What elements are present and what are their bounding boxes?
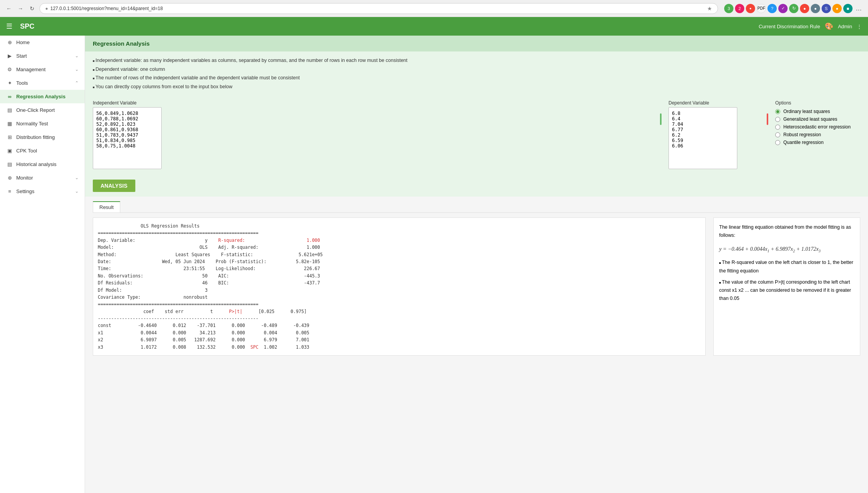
url-bar[interactable]: ● 127.0.0.1:5001/regression?menu_id=14&p… — [39, 3, 718, 14]
gls-radio[interactable] — [775, 117, 780, 122]
analysis-section: ANALYSIS — [85, 175, 868, 197]
sidebar-label-settings: Settings — [16, 188, 34, 194]
result-container: OLS Regression Results =================… — [93, 217, 860, 356]
ext-icon-more[interactable]: … — [854, 4, 863, 13]
topnav-right: Current Discrimination Rule 🎨 Admin ⋮ — [759, 22, 862, 31]
content-area: Regression Analysis Independent variable… — [85, 36, 868, 493]
options-label: Options — [775, 100, 860, 106]
independent-scrollbar[interactable] — [660, 113, 662, 125]
input-section: Independent Variable Dependent Variable … — [85, 96, 868, 175]
quantile-radio[interactable] — [775, 140, 780, 145]
sidebar: ⊕ Home ▶ Start ⌄ ⚙ Management ⌄ ✦ Tools … — [0, 36, 85, 493]
sidebar-item-start[interactable]: ▶ Start ⌄ — [0, 49, 85, 63]
ext-icon-8[interactable]: ● — [800, 4, 809, 13]
dependent-variable-input[interactable] — [668, 107, 737, 169]
ext-icon-5[interactable]: ? — [767, 4, 777, 13]
ext-icon-3[interactable]: ● — [746, 4, 755, 13]
dependent-scrollbar[interactable] — [767, 113, 768, 125]
management-arrow-icon: ⌄ — [75, 67, 78, 72]
sidebar-item-management[interactable]: ⚙ Management ⌄ — [0, 63, 85, 76]
sidebar-item-tools[interactable]: ✦ Tools ⌃ — [0, 76, 85, 90]
option-quantile[interactable]: Quantile regression — [775, 140, 860, 145]
dependent-variable-wrapper — [668, 107, 769, 170]
option-her[interactable]: Heteroscedastic error regression — [775, 124, 860, 130]
ext-icon-6[interactable]: ✓ — [778, 4, 788, 13]
result-tabs: Result — [93, 201, 860, 213]
sidebar-item-cpk-tool[interactable]: ▣ CPK Tool — [0, 144, 85, 157]
ols-title: OLS Regression Results =================… — [98, 223, 258, 236]
ext-icon-1[interactable]: 3 — [724, 4, 733, 13]
dependent-variable-group: Dependent Variable — [668, 100, 769, 170]
sidebar-item-regression-analysis[interactable]: ∞ Regression Analysis — [0, 90, 85, 103]
sidebar-label-report: One-Click Report — [16, 107, 55, 113]
ols-radio[interactable] — [775, 109, 780, 114]
ext-icon-9[interactable]: ● — [811, 4, 820, 13]
sidebar-item-home[interactable]: ⊕ Home — [0, 36, 85, 49]
report-icon: ▤ — [6, 107, 13, 113]
back-button[interactable]: ← — [5, 4, 13, 13]
ext-icon-11[interactable]: ● — [832, 4, 842, 13]
normality-icon: ▦ — [6, 121, 13, 127]
admin-label: Admin — [838, 24, 852, 29]
browser-bar: ← → ↻ ● 127.0.0.1:5001/regression?menu_i… — [0, 0, 868, 17]
url-text: 127.0.0.1:5001/regression?menu_id=14&par… — [50, 6, 705, 11]
distribution-icon: ⊞ — [6, 134, 13, 140]
forward-button[interactable]: → — [16, 4, 25, 13]
info-item-1: Independent variable: as many independen… — [93, 56, 860, 65]
sidebar-item-settings[interactable]: ≡ Settings ⌄ — [0, 185, 85, 198]
option-gls[interactable]: Generalized least squares — [775, 116, 860, 122]
ext-icon-2[interactable]: 2 — [735, 4, 744, 13]
option-ols[interactable]: Ordinary least squares — [775, 109, 860, 114]
sidebar-item-one-click-report[interactable]: ▤ One-Click Report — [0, 103, 85, 117]
browser-extensions: 3 2 ● PDF ? ✓ ↻ ● ● S ● ■ … — [724, 4, 863, 13]
robust-label: Robust regression — [783, 132, 821, 137]
sidebar-item-monitor[interactable]: ⊕ Monitor ⌄ — [0, 171, 85, 185]
her-radio[interactable] — [775, 125, 780, 130]
refresh-button[interactable]: ↻ — [28, 4, 36, 13]
analysis-button[interactable]: ANALYSIS — [93, 180, 135, 192]
independent-variable-input[interactable] — [93, 107, 162, 169]
sidebar-label-monitor: Monitor — [16, 175, 33, 181]
option-robust[interactable]: Robust regression — [775, 132, 860, 137]
palette-icon[interactable]: 🎨 — [825, 22, 833, 31]
r-squared-label: R-squared: 1.000 — [218, 238, 320, 243]
hamburger-icon[interactable]: ☰ — [6, 22, 12, 31]
info-list: Independent variable: as many independen… — [93, 56, 860, 91]
ext-icon-7[interactable]: ↻ — [789, 4, 798, 13]
robust-radio[interactable] — [775, 132, 780, 137]
ols-results-pre: OLS Regression Results =================… — [98, 223, 701, 351]
tools-arrow-icon: ⌃ — [75, 80, 78, 86]
sidebar-item-normality-test[interactable]: ▦ Normality Test — [0, 117, 85, 130]
info-bullet-1: The R-squared value on the left chart is… — [719, 258, 854, 275]
ext-icon-10[interactable]: S — [822, 4, 831, 13]
ext-icon-4[interactable]: PDF — [757, 4, 766, 13]
monitor-arrow-icon: ⌄ — [75, 175, 78, 180]
sidebar-label-start: Start — [16, 53, 27, 59]
page-header: Regression Analysis — [85, 36, 868, 51]
sidebar-label-management: Management — [16, 67, 46, 72]
topnav: ☰ SPC Current Discrimination Rule 🎨 Admi… — [0, 17, 868, 36]
regression-icon: ∞ — [6, 94, 13, 99]
independent-variable-label: Independent Variable — [93, 100, 662, 106]
start-arrow-icon: ⌄ — [75, 53, 78, 58]
sidebar-item-distribution-fitting[interactable]: ⊞ Distribution fitting — [0, 130, 85, 144]
info-item-2: Dependent variable: one column — [93, 65, 860, 74]
info-bullets-list: The R-squared value on the left chart is… — [719, 258, 854, 303]
result-section: Result OLS Regression Results ==========… — [85, 197, 868, 360]
independent-variable-wrapper — [93, 107, 662, 170]
tab-result[interactable]: Result — [93, 201, 120, 212]
start-icon: ▶ — [6, 53, 13, 59]
dependent-variable-label: Dependent Variable — [668, 100, 769, 106]
ext-icon-12[interactable]: ■ — [843, 4, 853, 13]
ols-label: Ordinary least squares — [783, 109, 830, 114]
app: ☰ SPC Current Discrimination Rule 🎨 Admi… — [0, 17, 868, 493]
admin-menu-icon[interactable]: ⋮ — [857, 24, 862, 29]
result-table: OLS Regression Results =================… — [93, 217, 706, 356]
sidebar-label-normality: Normality Test — [16, 121, 48, 127]
settings-icon: ≡ — [6, 188, 13, 194]
p-label: P>|t| — [229, 309, 242, 314]
sidebar-item-historical-analysis[interactable]: ▤ Historical analysis — [0, 157, 85, 171]
sidebar-label-historical: Historical analysis — [16, 161, 56, 167]
dep-var-row: Dep. Variable: y — [98, 238, 218, 243]
quantile-label: Quantile regression — [783, 140, 824, 145]
